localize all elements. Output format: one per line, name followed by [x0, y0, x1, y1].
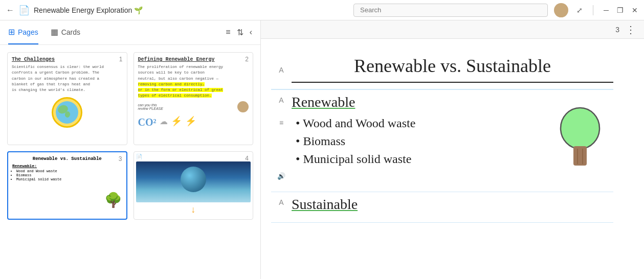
page-number-2: 2	[245, 56, 249, 63]
a-icon-sustainable: A	[279, 198, 283, 206]
more-options-button[interactable]: ⋮	[626, 24, 636, 36]
tree-svg	[557, 100, 603, 167]
svg-point-0	[558, 5, 565, 12]
page-2-title: Defining Renewable Energy	[138, 57, 249, 62]
divider	[593, 5, 593, 15]
page-thumbnail-3[interactable]: 3 Renewable vs. Sustainable Renewable: W…	[7, 151, 127, 220]
pages-grid: 1 The Challenges Scientific consensus is…	[0, 45, 260, 279]
speaker-icon: 🔊	[277, 172, 285, 180]
list-item: Municipal solid waste	[16, 177, 122, 181]
a-icon-title: A	[279, 66, 283, 74]
tree-icon-thumb: 🌳	[104, 192, 122, 208]
back-button[interactable]: ←	[6, 6, 14, 15]
sustainable-section: A Sustainable	[271, 192, 613, 223]
restore-button[interactable]: ❐	[617, 6, 624, 14]
content-page-number: 3	[615, 26, 619, 34]
sustainable-heading: Sustainable	[292, 196, 358, 212]
page-3-list: Wood and Wood waste Biomass Municipal so…	[12, 169, 122, 181]
page-thumbnail-1[interactable]: 1 The Challenges Scientific consensus is…	[7, 52, 127, 145]
collapse-icon[interactable]: ‹	[250, 28, 252, 37]
search-input[interactable]	[353, 4, 548, 17]
list-item: Biomass	[16, 173, 122, 177]
heading-icon: A	[271, 94, 292, 104]
sidebar-header: ⊞ Pages ▦ Cards ≡ ⇅ ‹	[0, 20, 260, 45]
minimize-button[interactable]: ─	[604, 6, 609, 14]
sidebar: ⊞ Pages ▦ Cards ≡ ⇅ ‹ 1 The Challenges	[0, 20, 261, 279]
page-thumbnail-4[interactable]: 4 📄 ↓	[134, 151, 254, 220]
renewable-heading: Renewable	[292, 94, 355, 110]
page-2-comment: can you thisreview PLEASE	[138, 103, 238, 110]
a-icon-renewable: A	[279, 96, 283, 104]
renewable-section: A Renewable ≡ • Wood and Wood waste • Bi…	[271, 90, 613, 192]
page-2-avatar	[237, 101, 249, 112]
pages-icon: ⊞	[8, 27, 15, 37]
avatar	[554, 3, 568, 17]
earth-space-illustration	[181, 167, 206, 192]
title-content: Renewable vs. Sustainable	[292, 55, 613, 82]
page-number-3: 3	[119, 155, 122, 162]
expand-icon[interactable]: ⤢	[576, 6, 583, 14]
filter-icon[interactable]: ≡	[226, 28, 230, 37]
sustainable-icon: A	[271, 196, 292, 206]
content-area: 3 ⋮ A Renewable vs. Sustainable A	[261, 20, 644, 279]
page-2-text: The proliferation of renewable energy so…	[138, 64, 249, 99]
speaker-icon-container: 🔊	[271, 170, 292, 180]
page-4-image	[136, 161, 251, 202]
page-number-4: 4	[245, 155, 249, 162]
earth-illustration	[52, 97, 82, 128]
list-item: Wood and Wood waste	[16, 169, 122, 173]
tab-cards[interactable]: ▦ Cards	[51, 20, 80, 44]
tab-cards-label: Cards	[61, 28, 80, 36]
cloud-icon-1: ☁	[160, 117, 168, 126]
svg-point-1	[556, 13, 567, 17]
cards-icon: ▦	[51, 27, 58, 37]
page-4-icon: 📄	[136, 154, 142, 159]
document-title: Renewable Energy Exploration 🌱	[34, 6, 353, 14]
content-body: A Renewable vs. Sustainable A Renewable	[261, 39, 644, 279]
page-main-title: Renewable vs. Sustainable	[292, 55, 613, 82]
main-layout: ⊞ Pages ▦ Cards ≡ ⇅ ‹ 1 The Challenges	[0, 20, 644, 279]
co2-label: CO²	[138, 117, 157, 128]
page-number-1: 1	[119, 56, 123, 63]
sustainable-heading-content: Sustainable	[292, 196, 613, 213]
tab-pages-label: Pages	[18, 28, 38, 36]
content-header: 3 ⋮	[261, 20, 644, 39]
page-1-title: The Challenges	[12, 57, 123, 62]
tree-illustration	[557, 100, 603, 167]
page-4-arrow: ↓	[136, 204, 251, 215]
sidebar-actions: ≡ ⇅ ‹	[226, 28, 252, 37]
lightning-icon-2: ⚡	[185, 115, 196, 127]
title-icon: A	[271, 64, 292, 74]
highlight-text: removing carbon and directly,or in the f…	[138, 82, 224, 98]
svg-point-2	[561, 108, 599, 149]
tab-pages[interactable]: ⊞ Pages	[8, 20, 38, 44]
page-1-text: Scientific consensus is clear: the world…	[12, 64, 123, 93]
page-thumbnail-2[interactable]: 2 Defining Renewable Energy The prolifer…	[134, 52, 254, 145]
lightning-icon-1: ⚡	[171, 115, 182, 127]
page-3-title: Renewable vs. Sustainable	[12, 156, 122, 161]
title-section: A Renewable vs. Sustainable	[271, 49, 613, 90]
bullet-list-icon: ≡	[279, 119, 283, 127]
list-icon: ≡	[271, 114, 292, 127]
page-3-subtitle: Renewable:	[12, 164, 122, 168]
window-controls: ⤢ ─ ❐ ✕	[576, 5, 638, 15]
close-button[interactable]: ✕	[632, 6, 638, 14]
sort-icon[interactable]: ⇅	[237, 28, 243, 37]
svg-rect-3	[573, 146, 587, 166]
app-icon: 📄	[18, 5, 30, 16]
titlebar: ← 📄 Renewable Energy Exploration 🌱 ⤢ ─ ❐…	[0, 0, 644, 20]
